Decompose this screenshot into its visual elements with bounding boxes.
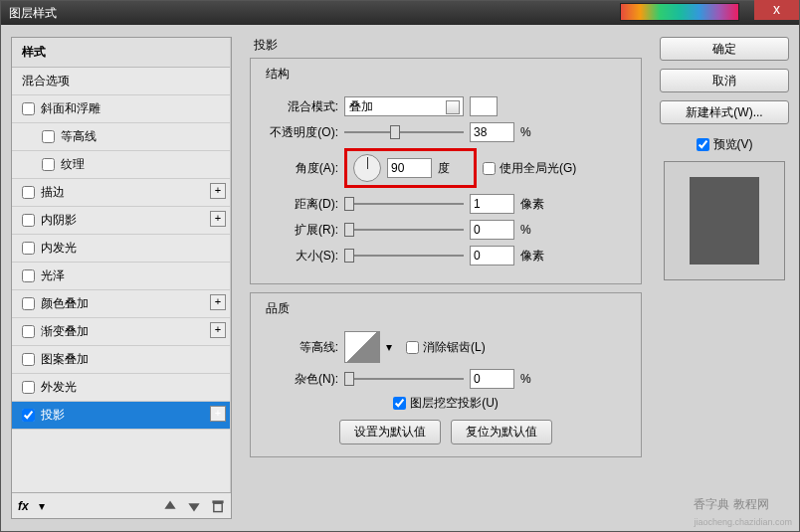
distance-label: 距离(D): [261,196,338,213]
angle-label: 角度(A): [261,160,338,177]
global-light-label: 使用全局光(G) [500,160,576,177]
sidebar-item-drop-shadow[interactable]: 投影+ [12,402,230,430]
close-button[interactable]: x [754,0,799,20]
quality-title: 品质 [263,300,293,317]
size-label: 大小(S): [261,248,338,265]
sidebar-item-inner-shadow[interactable]: 内阴影+ [12,207,230,235]
global-light-checkbox[interactable] [483,162,496,175]
sidebar-item-bevel[interactable]: 斜面和浮雕 [12,95,230,123]
noise-slider[interactable] [344,370,464,388]
structure-fieldset: 结构 混合模式: 叠加 不透明度(O): 38 % 角度(A): 90 [250,58,642,284]
sidebar-item-pattern-overlay[interactable]: 图案叠加 [12,346,230,374]
fx-icon[interactable]: fx [18,499,29,513]
blend-mode-select[interactable]: 叠加 [344,96,464,116]
reset-default-button[interactable]: 复位为默认值 [451,420,552,444]
preview-checkbox[interactable] [697,138,709,151]
add-color-overlay-button[interactable]: + [210,294,226,310]
quality-fieldset: 品质 等高线: ▾ 消除锯齿(L) 杂色(N): 0 % 图层挖空投影(U) [250,292,642,457]
opacity-field[interactable]: 38 [470,122,514,142]
spread-label: 扩展(R): [261,222,338,239]
action-panel: 确定 取消 新建样式(W)... 预览(V) [660,37,789,519]
ok-button[interactable]: 确定 [660,37,789,61]
watermark: 香字典 教程网 jiaocheng.chazidian.com [694,496,792,528]
size-unit: 像素 [520,248,550,265]
settings-panel: 投影 结构 混合模式: 叠加 不透明度(O): 38 % 角度(A): [242,37,650,519]
sidebar-item-color-overlay[interactable]: 颜色叠加+ [12,290,230,318]
angle-highlight: 90 度 [344,148,477,188]
sidebar-header: 样式 [12,38,230,68]
sidebar-item-texture[interactable]: 纹理 [12,151,230,179]
opacity-unit: % [520,125,550,139]
add-stroke-button[interactable]: + [210,183,226,199]
move-up-icon[interactable] [163,499,177,513]
spread-field[interactable]: 0 [470,220,514,240]
sidebar-item-stroke[interactable]: 描边+ [12,179,230,207]
distance-field[interactable]: 1 [470,194,514,214]
distance-slider[interactable] [344,195,464,213]
sidebar-item-satin[interactable]: 光泽 [12,263,230,290]
inner-glow-checkbox[interactable] [22,242,35,255]
angle-dial[interactable] [353,154,381,182]
titlebar: 图层样式 x [1,1,799,25]
sidebar-item-inner-glow[interactable]: 内发光 [12,235,230,263]
make-default-button[interactable]: 设置为默认值 [339,420,441,444]
drop-shadow-checkbox[interactable] [22,409,35,422]
bevel-checkbox[interactable] [22,102,35,115]
sidebar-item-outer-glow[interactable]: 外发光 [12,374,230,402]
trash-icon[interactable] [211,499,225,513]
outer-glow-checkbox[interactable] [22,381,35,394]
knockout-label: 图层挖空投影(U) [410,395,499,412]
noise-unit: % [520,372,550,386]
move-down-icon[interactable] [187,499,201,513]
sidebar-blending-options[interactable]: 混合选项 [12,68,230,95]
stroke-checkbox[interactable] [22,186,35,199]
noise-label: 杂色(N): [261,371,338,388]
inner-shadow-checkbox[interactable] [22,214,35,227]
size-field[interactable]: 0 [470,246,514,266]
spread-slider[interactable] [344,221,464,239]
pattern-overlay-checkbox[interactable] [22,353,35,366]
svg-rect-1 [212,500,223,503]
preview-swatch [690,177,759,265]
satin-checkbox[interactable] [22,269,35,282]
contour-picker[interactable] [344,331,380,363]
cancel-button[interactable]: 取消 [660,69,789,92]
contour-label: 等高线: [261,339,338,356]
color-palette [620,3,739,21]
styles-sidebar: 样式 混合选项 斜面和浮雕 等高线 纹理 描边+ 内阴影+ 内发光 光泽 颜色叠… [11,37,232,519]
new-style-button[interactable]: 新建样式(W)... [660,100,789,124]
structure-title: 结构 [263,66,293,83]
svg-rect-0 [214,503,222,511]
contour-checkbox[interactable] [42,130,55,143]
sidebar-footer: fx ▾ [12,492,231,518]
opacity-slider[interactable] [344,123,464,141]
antialias-label: 消除锯齿(L) [423,339,486,356]
contour-dropdown-icon[interactable]: ▾ [386,340,392,354]
chevron-down-icon[interactable]: ▾ [39,499,45,513]
texture-checkbox[interactable] [42,158,55,171]
preview-label: 预览(V) [713,136,753,153]
add-gradient-overlay-button[interactable]: + [210,322,226,338]
spread-unit: % [520,223,550,237]
preview-box [664,161,785,280]
panel-title: 投影 [254,37,642,54]
color-swatch[interactable] [470,96,498,116]
distance-unit: 像素 [520,196,550,213]
blend-mode-label: 混合模式: [261,98,338,115]
antialias-checkbox[interactable] [406,341,419,354]
knockout-checkbox[interactable] [393,397,406,410]
sidebar-item-gradient-overlay[interactable]: 渐变叠加+ [12,318,230,346]
sidebar-item-contour[interactable]: 等高线 [12,123,230,151]
opacity-label: 不透明度(O): [261,124,338,141]
angle-field[interactable]: 90 [387,158,432,178]
color-overlay-checkbox[interactable] [22,297,35,310]
gradient-overlay-checkbox[interactable] [22,325,35,338]
add-inner-shadow-button[interactable]: + [210,211,226,227]
angle-unit: 度 [438,160,468,177]
size-slider[interactable] [344,247,464,265]
add-drop-shadow-button[interactable]: + [210,406,226,422]
noise-field[interactable]: 0 [470,369,514,389]
